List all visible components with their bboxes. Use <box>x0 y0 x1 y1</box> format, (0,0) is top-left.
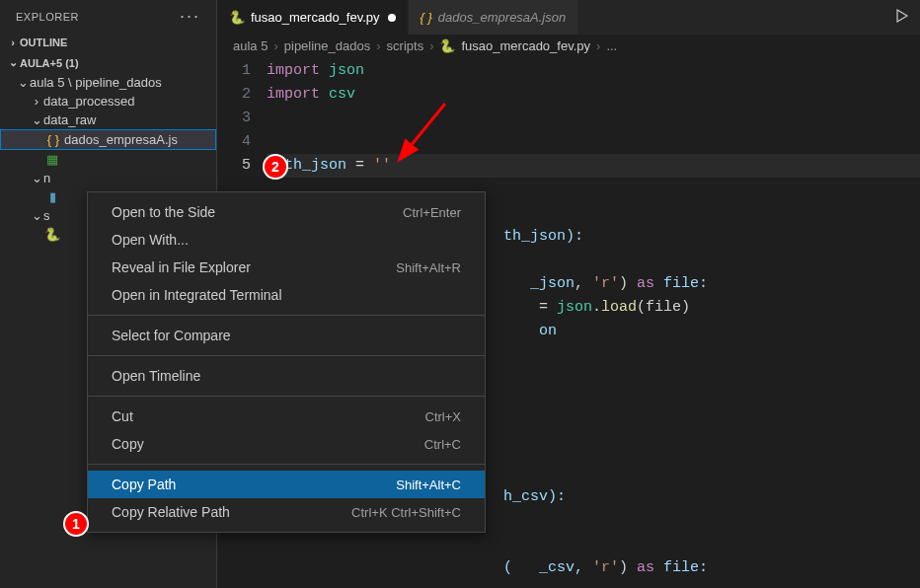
menu-open-terminal[interactable]: Open in Integrated Terminal <box>88 281 485 309</box>
chevron-right-icon: › <box>273 38 277 53</box>
menu-label: Open in Integrated Terminal <box>112 287 282 303</box>
breadcrumb-more[interactable]: ... <box>606 38 617 53</box>
chevron-down-icon: ⌄ <box>30 171 43 185</box>
arrow-icon <box>391 99 450 168</box>
code-token: csv <box>329 86 355 103</box>
code-token: as <box>637 559 654 576</box>
tree-folder-n[interactable]: ⌄ n <box>0 169 216 187</box>
menu-label: Open to the Side <box>112 204 215 220</box>
menu-shortcut: Ctrl+X <box>425 409 461 424</box>
breadcrumb-part[interactable]: aula 5 <box>233 38 268 53</box>
code-token: 'r' <box>592 275 619 292</box>
tab-label: dados_empresaA.json <box>438 10 566 25</box>
code-token: ( _csv, <box>503 559 592 576</box>
explorer-header: EXPLORER ··· <box>0 0 216 33</box>
menu-open-side[interactable]: Open to the Side Ctrl+Enter <box>88 198 485 226</box>
explorer-more-icon[interactable]: ··· <box>180 6 200 27</box>
breadcrumb-part[interactable]: pipeline_dados <box>284 38 370 53</box>
menu-separator <box>88 396 485 397</box>
tree-folder-root[interactable]: ⌄ aula 5 \ pipeline_dados <box>0 73 216 92</box>
menu-select-compare[interactable]: Select for Compare <box>88 322 485 349</box>
tab-fusao-mercado[interactable]: 🐍 fusao_mercado_fev.py <box>217 0 409 35</box>
run-icon[interactable] <box>894 8 910 27</box>
outline-label: OUTLINE <box>20 37 67 48</box>
code-token: = <box>346 157 373 174</box>
folder-label: aula 5 \ pipeline_dados <box>30 75 162 90</box>
code-token: import <box>267 62 320 79</box>
chevron-down-icon: ⌄ <box>16 75 30 90</box>
file-icon: ▮ <box>43 189 61 204</box>
menu-separator <box>88 464 485 465</box>
csv-icon: ▦ <box>43 152 61 167</box>
code-token: (file) <box>637 299 690 316</box>
code-token: json <box>329 62 364 79</box>
workspace-section[interactable]: ⌄ AULA+5 (1) <box>0 52 216 73</box>
svg-marker-0 <box>897 10 907 22</box>
menu-shortcut: Shift+Alt+C <box>396 478 461 492</box>
tab-label: fusao_mercado_fev.py <box>251 10 380 25</box>
menu-cut[interactable]: Cut Ctrl+X <box>88 403 485 430</box>
python-icon: 🐍 <box>43 227 61 242</box>
code-token: . <box>592 299 601 316</box>
menu-label: Open With... <box>112 232 189 248</box>
tree-file-dados-empresaA[interactable]: { } dados_empresaA.js <box>0 129 216 150</box>
menu-label: Reveal in File Explorer <box>112 259 251 275</box>
json-icon: { } <box>421 10 432 25</box>
chevron-down-icon: ⌄ <box>30 112 43 127</box>
menu-shortcut: Ctrl+K Ctrl+Shift+C <box>351 505 461 520</box>
code-token: as <box>637 275 654 292</box>
code-token: ) <box>619 559 637 576</box>
annotation-2: 2 <box>263 154 288 180</box>
folder-label: data_raw <box>43 112 96 127</box>
context-menu: Open to the Side Ctrl+Enter Open With...… <box>87 191 486 533</box>
outline-section[interactable]: › OUTLINE <box>0 33 216 52</box>
code-token: '' <box>373 157 391 174</box>
tree-file-csv[interactable]: ▦ <box>0 150 216 169</box>
menu-separator <box>88 315 485 316</box>
python-icon: 🐍 <box>439 38 455 53</box>
tree-folder-data-raw[interactable]: ⌄ data_raw <box>0 110 216 129</box>
chevron-right-icon: › <box>376 38 380 53</box>
breadcrumb-file[interactable]: fusao_mercado_fev.py <box>461 38 590 53</box>
tab-dados-empresaA[interactable]: { } dados_empresaA.json <box>409 0 579 35</box>
annotation-label: 1 <box>72 516 80 532</box>
workspace-label: AULA+5 (1) <box>20 57 79 69</box>
tree-folder-data-processed[interactable]: › data_processed <box>0 92 216 110</box>
breadcrumb[interactable]: aula 5 › pipeline_dados › scripts › 🐍 fu… <box>217 35 920 57</box>
code-token: = <box>503 299 557 316</box>
menu-reveal-explorer[interactable]: Reveal in File Explorer Shift+Alt+R <box>88 254 485 281</box>
editor-actions <box>884 0 920 35</box>
breadcrumb-part[interactable]: scripts <box>387 38 424 53</box>
code-token: import <box>267 86 320 103</box>
explorer-title: EXPLORER <box>16 11 79 23</box>
menu-label: Cut <box>112 408 133 424</box>
menu-copy-path[interactable]: Copy Path Shift+Alt+C <box>88 471 485 498</box>
annotation-label: 2 <box>271 159 279 175</box>
annotation-1: 1 <box>63 511 89 537</box>
editor-tabs: 🐍 fusao_mercado_fev.py { } dados_empresa… <box>217 0 920 35</box>
file-label: dados_empresaA.js <box>64 132 178 147</box>
code-token: file: <box>654 275 708 292</box>
chevron-right-icon: › <box>6 37 20 48</box>
menu-copy[interactable]: Copy Ctrl+C <box>88 430 485 458</box>
code-token: ) <box>619 275 637 292</box>
menu-open-timeline[interactable]: Open Timeline <box>88 362 485 390</box>
menu-shortcut: Shift+Alt+R <box>396 260 461 275</box>
svg-line-2 <box>401 104 445 158</box>
menu-open-with[interactable]: Open With... <box>88 226 485 254</box>
menu-shortcut: Ctrl+Enter <box>403 205 461 220</box>
code-token: , <box>575 275 592 292</box>
menu-label: Copy Path <box>112 477 176 492</box>
menu-label: Copy Relative Path <box>112 504 230 520</box>
folder-label: data_processed <box>43 94 135 109</box>
chevron-down-icon: ⌄ <box>30 208 43 223</box>
menu-separator <box>88 355 485 356</box>
chevron-right-icon: › <box>30 94 43 109</box>
python-icon: 🐍 <box>229 10 245 25</box>
code-token: load <box>601 299 637 316</box>
code-token: file: <box>654 559 708 576</box>
folder-label: n <box>43 171 50 185</box>
menu-copy-relative-path[interactable]: Copy Relative Path Ctrl+K Ctrl+Shift+C <box>88 498 485 526</box>
code-token: json <box>557 299 592 316</box>
chevron-right-icon: › <box>596 38 600 53</box>
